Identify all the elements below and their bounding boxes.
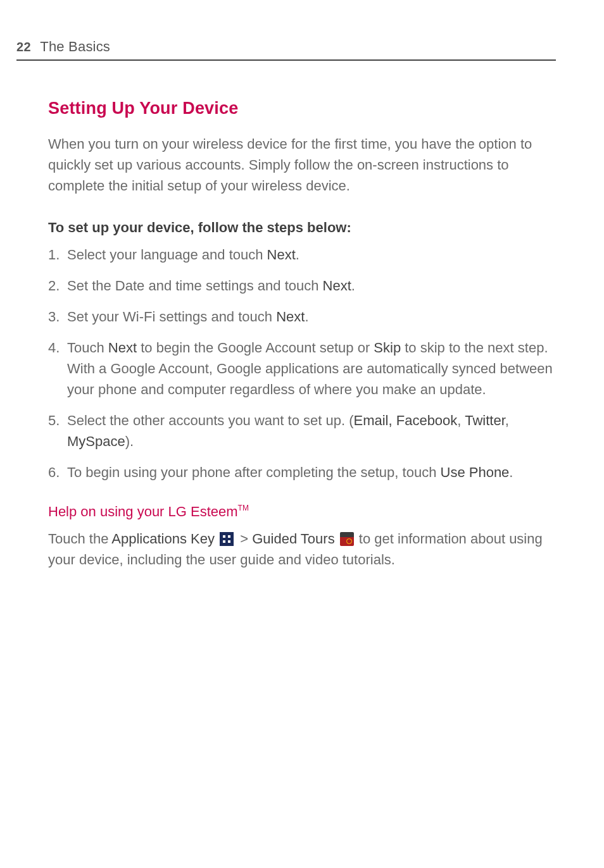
step-use-phone: Use Phone (441, 464, 510, 480)
help-sep: > (236, 531, 252, 547)
page-number: 22 (16, 38, 31, 56)
applications-key-icon (220, 532, 234, 546)
page-header: 22 The Basics (16, 37, 556, 61)
step-myspace: MySpace (67, 433, 125, 449)
step-skip: Skip (374, 340, 401, 356)
step-1: Select your language and touch Next. (48, 244, 556, 265)
step-text: . (296, 247, 299, 263)
guided-tours-label: Guided Tours (252, 531, 334, 547)
step-text: , (505, 412, 509, 428)
section-title: The Basics (40, 37, 110, 57)
step-twitter: Twitter (465, 412, 505, 428)
step-text: . (509, 464, 513, 480)
step-text: Set your Wi-Fi settings and touch (67, 309, 276, 325)
step-3: Set your Wi-Fi settings and touch Next. (48, 306, 556, 327)
applications-key-label: Applications Key (111, 531, 215, 547)
step-text: , (457, 412, 465, 428)
step-4: Touch Next to begin the Google Account s… (48, 337, 556, 400)
step-accounts: Email, Facebook (353, 412, 457, 428)
step-next: Next (108, 340, 137, 356)
step-next: Next (323, 278, 351, 294)
step-text: to begin the Google Account setup or (137, 340, 374, 356)
help-text: Touch the (48, 531, 111, 547)
help-heading: Help on using your LG EsteemTM (48, 502, 556, 522)
step-2: Set the Date and time settings and touch… (48, 275, 556, 296)
trademark-symbol: TM (238, 504, 249, 512)
steps-list: Select your language and touch Next. Set… (48, 244, 556, 483)
help-paragraph: Touch the Applications Key > Guided Tour… (48, 528, 556, 570)
step-next: Next (267, 247, 296, 263)
step-text: To begin using your phone after completi… (67, 464, 441, 480)
step-next: Next (276, 309, 305, 325)
guided-tours-icon (340, 532, 354, 546)
help-heading-text: Help on using your LG Esteem (48, 504, 238, 519)
step-text: Touch (67, 340, 108, 356)
main-heading: Setting Up Your Device (48, 96, 556, 121)
step-text: . (305, 309, 308, 325)
step-text: Select your language and touch (67, 247, 267, 263)
intro-paragraph: When you turn on your wireless device fo… (48, 133, 556, 196)
step-text: . (351, 278, 355, 294)
step-text: Set the Date and time settings and touch (67, 278, 323, 294)
step-text: Select the other accounts you want to se… (67, 412, 353, 428)
step-6: To begin using your phone after completi… (48, 462, 556, 483)
step-text: ). (125, 433, 134, 449)
steps-heading: To set up your device, follow the steps … (48, 218, 556, 238)
step-5: Select the other accounts you want to se… (48, 410, 556, 452)
